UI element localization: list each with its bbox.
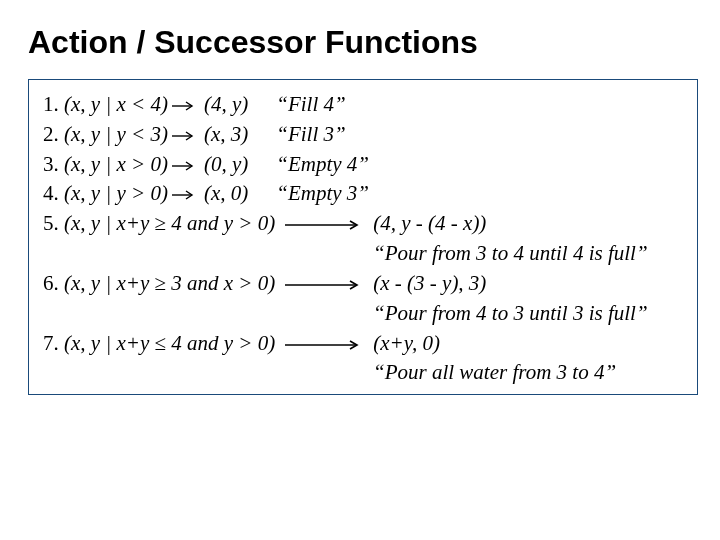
arrow-icon <box>172 90 198 120</box>
result-state: (x, 3) <box>204 120 248 150</box>
result-state: (0, y) <box>204 150 248 180</box>
content-box: 1. (x, y | x < 4) (4, y) “Fill 4” 2. (x,… <box>28 79 698 395</box>
action-label: “Pour all water from 3 to 4” <box>373 358 616 388</box>
result-state: (x+y, 0) <box>373 329 440 359</box>
action-label: “Empty 3” <box>276 179 369 209</box>
rule-3: 3. (x, y | x > 0) (0, y) “Empty 4” <box>43 150 683 180</box>
rule-number: 5. <box>43 209 59 239</box>
result-state: (x, 0) <box>204 179 248 209</box>
rule-number: 2. <box>43 120 59 150</box>
result-state: (4, y - (4 - x)) <box>373 209 486 239</box>
action-label: “Fill 4” <box>276 90 345 120</box>
precondition: (x, y | y < 3) <box>64 120 168 150</box>
precondition: (x, y | y > 0) <box>64 179 168 209</box>
rule-5: 5. (x, y | x+y ≥ 4 and y > 0) (4, y - (4… <box>43 209 683 239</box>
rule-6: 6. (x, y | x+y ≥ 3 and x > 0) (x - (3 - … <box>43 269 683 299</box>
arrow-icon <box>172 120 198 150</box>
rule-6-label: “Pour from 4 to 3 until 3 is full” <box>43 299 683 329</box>
rule-4: 4. (x, y | y > 0) (x, 0) “Empty 3” <box>43 179 683 209</box>
arrow-icon <box>172 179 198 209</box>
rule-2: 2. (x, y | y < 3) (x, 3) “Fill 3” <box>43 120 683 150</box>
result-state: (x - (3 - y), 3) <box>373 269 486 299</box>
rule-number: 3. <box>43 150 59 180</box>
rule-number: 1. <box>43 90 59 120</box>
rule-number: 7. <box>43 329 59 359</box>
rule-1: 1. (x, y | x < 4) (4, y) “Fill 4” <box>43 90 683 120</box>
action-label: “Fill 3” <box>276 120 345 150</box>
rule-number: 6. <box>43 269 59 299</box>
slide: Action / Successor Functions 1. (x, y | … <box>0 0 720 413</box>
arrow-long-icon <box>285 329 363 359</box>
rule-7-label: “Pour all water from 3 to 4” <box>43 358 683 388</box>
action-label: “Pour from 3 to 4 until 4 is full” <box>373 239 648 269</box>
precondition: (x, y | x+y ≥ 4 and y > 0) <box>64 209 275 239</box>
precondition: (x, y | x < 4) <box>64 90 168 120</box>
arrow-long-icon <box>285 269 363 299</box>
arrow-icon <box>172 150 198 180</box>
action-label: “Empty 4” <box>276 150 369 180</box>
precondition: (x, y | x > 0) <box>64 150 168 180</box>
slide-title: Action / Successor Functions <box>28 24 692 61</box>
arrow-long-icon <box>285 209 363 239</box>
precondition: (x, y | x+y ≤ 4 and y > 0) <box>64 329 275 359</box>
precondition: (x, y | x+y ≥ 3 and x > 0) <box>64 269 275 299</box>
rule-7: 7. (x, y | x+y ≤ 4 and y > 0) (x+y, 0) <box>43 329 683 359</box>
action-label: “Pour from 4 to 3 until 3 is full” <box>373 299 648 329</box>
rule-5-label: “Pour from 3 to 4 until 4 is full” <box>43 239 683 269</box>
result-state: (4, y) <box>204 90 248 120</box>
rule-number: 4. <box>43 179 59 209</box>
